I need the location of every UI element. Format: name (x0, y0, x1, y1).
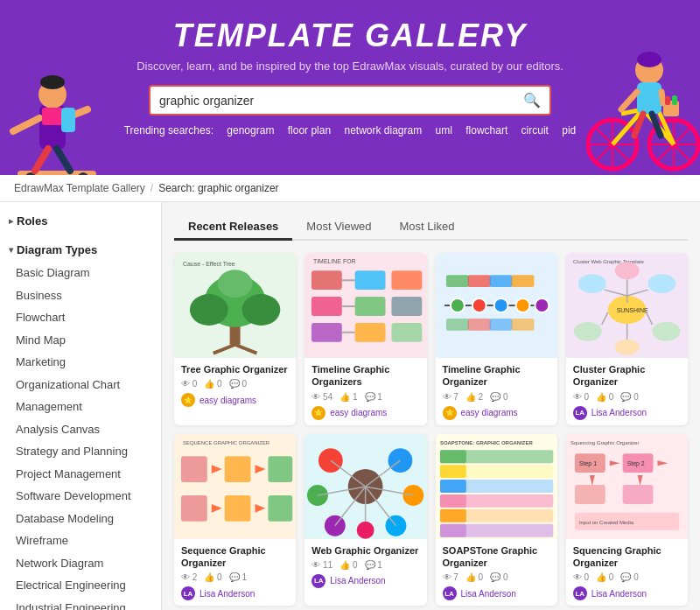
author-name-to[interactable]: easy diagrams (461, 408, 518, 417)
svg-rect-76 (511, 319, 534, 331)
search-button[interactable]: 🔍 (523, 92, 541, 109)
sidebar-item-analysis-canvas[interactable]: Analysis Canvas (9, 418, 152, 441)
svg-marker-137 (657, 460, 668, 466)
card-timeline-organizers[interactable]: TIMELINE FOR (304, 253, 426, 425)
svg-rect-59 (355, 323, 386, 342)
trending-uml[interactable]: uml (436, 124, 452, 137)
sidebar-item-mind-map[interactable]: Mind Map (9, 329, 152, 352)
breadcrumb-separator: / (150, 182, 153, 194)
card-soapstone-organizer[interactable]: SOAPSTONE: GRAPHIC ORGANIZER (436, 434, 557, 606)
svg-line-10 (57, 149, 70, 171)
svg-line-9 (35, 149, 48, 171)
card-comments-to: 💬 0 (490, 392, 508, 402)
svg-text:Step 2: Step 2 (626, 460, 644, 467)
svg-point-6 (40, 75, 65, 89)
svg-point-33 (637, 52, 662, 67)
sidebar-item-database[interactable]: Database Modeling (9, 508, 152, 530)
sidebar-item-industrial[interactable]: Industrial Engineering (9, 597, 152, 611)
author-name-sqe[interactable]: Lisa Anderson (592, 589, 647, 599)
sidebar-item-wireframe[interactable]: Wireframe (9, 529, 152, 552)
card-meta-tree: 👁 0 👍 0 💬 0 (181, 379, 289, 389)
trending-pid[interactable]: pid (562, 124, 576, 137)
svg-rect-74 (467, 319, 490, 331)
card-comments-soap: 💬 0 (490, 572, 508, 582)
card-grid: Cause - Effect Tree (174, 253, 688, 606)
roles-section-title[interactable]: ▸ Roles (9, 214, 152, 228)
svg-text:Squencing Graphic Organizer: Squencing Graphic Organizer (570, 440, 639, 445)
card-views-cluster: 👁 0 (573, 392, 589, 402)
card-timeline-organizer[interactable]: Timeline Graphic Organizer 👁 7 👍 2 💬 0 ⭐… (436, 253, 557, 425)
sidebar-item-management[interactable]: Management (9, 396, 152, 418)
card-author-sqe: LA Lisa Anderson (573, 586, 681, 600)
tab-most-viewed[interactable]: Most Viewed (292, 214, 385, 241)
svg-rect-129 (439, 508, 466, 522)
sidebar-item-project-mgmt[interactable]: Project Management (9, 463, 152, 486)
card-title-tree: Tree Graphic Organizer (181, 363, 289, 375)
card-title-sequence: Sequence Graphic Organizer (181, 544, 289, 570)
card-tree-organizer[interactable]: Cause - Effect Tree (174, 253, 296, 425)
card-title-squencing: Squencing Graphic Organizer (573, 544, 681, 570)
svg-rect-60 (392, 270, 423, 290)
author-avatar-web: LA (312, 574, 326, 588)
svg-rect-12 (61, 108, 75, 132)
author-avatar-tlo: ⭐ (312, 406, 326, 420)
sidebar-item-flowchart[interactable]: Flowchart (9, 306, 152, 329)
trending-genogram[interactable]: genogram (227, 124, 274, 137)
sidebar-item-marketing[interactable]: Marketing (9, 351, 152, 374)
trending-label: Trending searches: (124, 124, 214, 137)
card-cluster-organizer[interactable]: Cluster Web Graphic Template SUNSHINE (566, 253, 688, 425)
breadcrumb-home[interactable]: EdrawMax Template Gallery (14, 182, 145, 194)
card-likes-tlo: 👍 1 (340, 392, 357, 402)
trending-circuit[interactable]: circuit (522, 124, 549, 137)
card-info-sequence: Sequence Graphic Organizer 👁 2 👍 0 💬 1 L… (174, 539, 296, 606)
author-avatar-seq: LA (181, 586, 195, 600)
card-likes-tree: 👍 0 (204, 379, 221, 389)
svg-rect-57 (355, 270, 386, 290)
author-name-seq[interactable]: Lisa Anderson (200, 589, 255, 599)
card-sequence-organizer[interactable]: SEQUENCE GRAPHIC ORGANIZER (174, 434, 296, 606)
sidebar: ▸ Roles ▾ Diagram Types Basic Diagram Bu… (0, 202, 162, 610)
card-thumb-timeline: TIMELINE FOR (304, 253, 426, 358)
card-web-organizer[interactable]: Web Graphic Organizer 👁 11 👍 0 💬 1 LA Li… (304, 434, 426, 606)
svg-marker-99 (256, 465, 266, 473)
sidebar-item-software-dev[interactable]: Software Development (9, 485, 152, 508)
svg-point-81 (648, 274, 676, 293)
author-name-web[interactable]: Lisa Anderson (330, 576, 385, 585)
card-info-timeline-organizers: Timeline Graphic Organizers 👁 54 👍 1 💬 1… (304, 358, 426, 425)
card-thumb-cluster: Cluster Web Graphic Template SUNSHINE (566, 253, 688, 358)
card-thumb-squencing: Squencing Graphic Organizer Step 1 Step … (566, 434, 688, 539)
trending-floorplan[interactable]: floor plan (288, 124, 331, 137)
card-author-seq: LA Lisa Anderson (181, 586, 289, 600)
search-input[interactable] (159, 94, 523, 108)
tab-most-liked[interactable]: Most Liked (386, 214, 469, 241)
sidebar-item-basic-diagram[interactable]: Basic Diagram (9, 262, 152, 284)
svg-rect-71 (489, 275, 512, 287)
card-views-soap: 👁 7 (443, 572, 458, 582)
author-name-tlo[interactable]: easy diagrams (330, 408, 387, 417)
trending-flowchart[interactable]: flowchart (466, 124, 508, 137)
figure-left (0, 18, 122, 175)
card-comments-web: 💬 1 (365, 560, 382, 570)
card-squencing-organizer[interactable]: Squencing Graphic Organizer Step 1 Step … (566, 434, 688, 606)
card-info-web: Web Graphic Organizer 👁 11 👍 0 💬 1 LA Li… (304, 539, 426, 593)
card-author-web: LA Lisa Anderson (312, 574, 419, 588)
sidebar-item-strategy[interactable]: Strategy and Planning (9, 440, 152, 463)
card-thumb-sequence: SEQUENCE GRAPHIC ORGANIZER (174, 434, 296, 539)
card-author-soap: LA Lisa Anderson (443, 586, 550, 600)
header: TEMPLATE GALLERY Discover, learn, and be… (0, 0, 700, 175)
svg-line-89 (602, 312, 608, 325)
author-name-cluster[interactable]: Lisa Anderson (592, 408, 647, 417)
search-bar[interactable]: 🔍 (149, 85, 551, 116)
sidebar-item-business[interactable]: Business (9, 284, 152, 307)
diagram-types-title[interactable]: ▾ Diagram Types (9, 243, 152, 256)
trending-network[interactable]: network diagram (344, 124, 422, 137)
svg-rect-128 (439, 494, 466, 508)
author-name-tree[interactable]: easy diagrams (200, 396, 256, 405)
svg-rect-72 (511, 275, 534, 287)
tab-recent-releases[interactable]: Recent Releases (174, 214, 292, 241)
figure-right (586, 9, 700, 175)
sidebar-item-network[interactable]: Network Diagram (9, 552, 152, 575)
sidebar-item-org-chart[interactable]: Organizational Chart (9, 374, 152, 396)
author-name-soap[interactable]: Lisa Anderson (461, 589, 516, 599)
sidebar-item-electrical[interactable]: Electrical Engineering (9, 574, 152, 597)
